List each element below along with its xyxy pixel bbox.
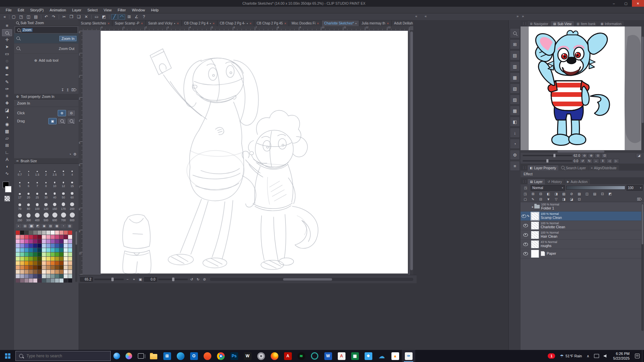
zoom-in-button[interactable]: + [131, 278, 137, 281]
new-layer-folder-icon[interactable]: ⊟ [537, 197, 544, 201]
airbrush-tool[interactable]: ✳ [2, 93, 12, 100]
taskbar-search[interactable] [15, 351, 111, 361]
color-swatch[interactable] [33, 257, 37, 261]
layer-thumbnail[interactable] [531, 222, 539, 230]
color-swatch[interactable] [24, 279, 29, 283]
brush-size-70[interactable]: 70 [15, 199, 24, 211]
color-swatch[interactable] [16, 265, 20, 269]
brush-size-8[interactable]: 8 [42, 177, 50, 188]
taskbar-app-brave-browser[interactable] [201, 350, 214, 362]
lock-transparent-pixels-icon[interactable]: ▨ [576, 191, 583, 196]
layer-row-charlotte-clean[interactable]: 100 % NormalCharlotte Clean [521, 221, 644, 230]
mask-view-icon[interactable]: ⊡ [576, 197, 583, 201]
tray-expand-chevron[interactable]: ∧ [584, 350, 592, 362]
color-swatch[interactable] [42, 248, 46, 252]
layer-thumbnail[interactable] [531, 212, 539, 220]
color-swatch[interactable] [29, 248, 33, 252]
color-swatch[interactable] [64, 244, 68, 248]
brush-tool[interactable]: ✑ [2, 85, 12, 93]
color-swatch[interactable] [38, 270, 42, 274]
color-swatch[interactable] [51, 261, 55, 265]
subview-flip-vertical-icon[interactable]: ⇕ [600, 159, 606, 164]
color-swatch[interactable] [38, 261, 42, 265]
color-swatch[interactable] [29, 235, 33, 239]
tab-sub-view[interactable]: ▤Sub View [551, 21, 574, 26]
brush-size-12[interactable]: 12 [59, 177, 68, 188]
color-swatch[interactable] [64, 231, 68, 235]
color-swatch[interactable] [42, 235, 46, 239]
subview-expand-icon[interactable]: ◢ [636, 153, 642, 158]
move-tool[interactable]: ✛ [2, 36, 12, 43]
close-tab-icon[interactable]: ✕ [387, 22, 389, 25]
color-swatch[interactable] [51, 270, 55, 274]
subview-zoom-slider[interactable] [523, 155, 572, 156]
grid-button[interactable]: ⊞ [126, 14, 132, 20]
taskbar-app-acrobat-reader[interactable]: A [281, 350, 294, 362]
drag-option-button[interactable]: ▣ [48, 118, 57, 124]
tab-item-bank[interactable]: ▥Item bank [574, 21, 598, 26]
auto-select-tool[interactable]: ✱ [2, 64, 12, 71]
color-swatch[interactable] [55, 231, 59, 235]
maximize-button[interactable]: ▢ [620, 0, 632, 7]
material-download-icon[interactable]: ↓ [510, 128, 520, 138]
history-icon[interactable]: ◔ [69, 152, 71, 157]
color-swatch[interactable] [24, 239, 29, 243]
color-swatch[interactable] [29, 274, 33, 278]
color-swatch[interactable] [46, 239, 50, 243]
color-swatch[interactable] [16, 231, 20, 235]
menu-file[interactable]: File [3, 8, 15, 12]
color-swatch[interactable] [64, 261, 68, 265]
color-swatch[interactable] [20, 270, 24, 274]
reset-rotation-button[interactable]: ⊘ [202, 278, 207, 281]
color-swatch[interactable] [20, 257, 24, 261]
color-swatch[interactable] [68, 274, 72, 278]
draft-layer-icon[interactable]: ▧ [560, 191, 568, 196]
color-swatch[interactable] [29, 257, 33, 261]
layer-visibility-toggle[interactable] [521, 233, 531, 237]
color-swatch[interactable] [59, 252, 63, 256]
subview-zoom-in-icon[interactable]: ⊕ [588, 153, 594, 158]
color-swatch[interactable] [20, 239, 24, 243]
taskbar-app-microsoft-store[interactable]: ⊞ [160, 350, 174, 362]
material-settings-icon[interactable]: ⚙ [510, 150, 520, 160]
color-swatch[interactable] [46, 279, 50, 283]
click-option-button[interactable]: ⊖ [67, 110, 75, 116]
sub-tool-panel-header[interactable]: Sub Tool: Zoom [14, 20, 78, 26]
start-button[interactable] [0, 350, 15, 362]
subview-zoom-reset-icon[interactable]: ⊙ [595, 153, 601, 158]
color-swatch[interactable] [33, 261, 37, 265]
material-history-icon[interactable]: ◔ [510, 139, 520, 149]
color-slider-tab[interactable]: ▤ [22, 224, 28, 228]
material-image-icon[interactable]: ▧ [510, 83, 520, 94]
brush-size-150[interactable]: 150 [50, 199, 59, 211]
rotate-ccw-button[interactable]: ↺ [189, 278, 194, 281]
layer-thumbnail[interactable] [531, 231, 539, 239]
task-view-button[interactable] [135, 350, 147, 362]
document-tab-charlotte-sketches[interactable]: Charlotte Sketches*● [322, 20, 359, 26]
color-swatch[interactable] [51, 231, 55, 235]
brush-size-60[interactable]: 60 [68, 188, 76, 199]
tool-property-header[interactable]: ⚙ Tool property: Zoom In [14, 94, 78, 100]
combine-layer-icon[interactable]: ⊟ [537, 191, 544, 196]
close-tab-icon[interactable]: ✕ [107, 22, 110, 25]
color-swatch[interactable] [46, 248, 50, 252]
color-swatch[interactable] [42, 244, 46, 248]
color-swatch[interactable] [59, 279, 63, 283]
brush-size-header[interactable]: ✑ Brush Size [14, 158, 78, 164]
color-swatch[interactable] [38, 279, 42, 283]
color-swatch[interactable] [59, 261, 63, 265]
deselect-button[interactable]: ▭ [93, 14, 100, 20]
show-desktop-button[interactable] [642, 350, 644, 362]
transparent-color-swatch[interactable] [4, 196, 10, 201]
background-color-swatch[interactable] [5, 186, 11, 192]
color-swatch[interactable] [16, 261, 20, 265]
subview-next-image-icon[interactable]: ▷ [613, 159, 619, 164]
subview-zoom-out-icon[interactable]: ⊖ [581, 153, 587, 158]
subview-horizontal-scrollbar[interactable] [521, 150, 644, 153]
taskbar-app-chrome-browser[interactable] [214, 350, 227, 362]
color-swatch[interactable] [46, 257, 50, 261]
taskbar-app-excel[interactable]: ▦ [348, 350, 362, 362]
document-tab-sarah-and-vicky[interactable]: Sarah and Vicky●✕ [146, 20, 182, 26]
brush-size-6[interactable]: 6 [24, 177, 33, 188]
menu-select[interactable]: Select [85, 8, 101, 12]
